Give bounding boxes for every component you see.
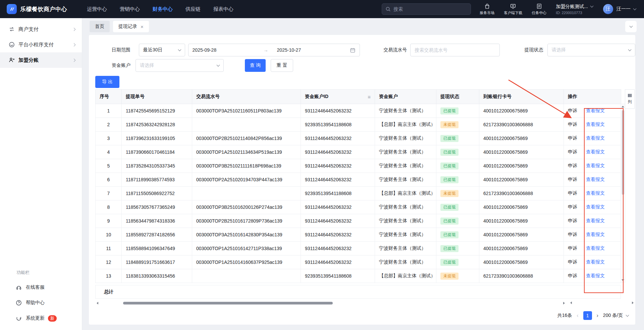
cell-withdraw-no: 1185634479874318336 <box>122 214 192 228</box>
scroll-up-button[interactable] <box>621 104 625 109</box>
status-badge: 已提现 <box>440 245 459 252</box>
close-icon[interactable]: × <box>141 24 144 29</box>
appeal-link[interactable]: 申诉 <box>568 108 577 113</box>
appeal-link[interactable]: 申诉 <box>568 149 577 154</box>
quick-action-client-download[interactable]: 客户端下载 <box>504 3 522 15</box>
cell-txn-no: 003000TOP1A251014160637P925ac139 <box>192 255 301 269</box>
quick-action-task-center[interactable]: 任务中心 <box>532 3 546 15</box>
prev-page-button[interactable]: ‹ <box>577 313 578 319</box>
nav-item-reports[interactable]: 报表中心 <box>207 0 240 18</box>
view-message-link[interactable]: 查看报文 <box>586 177 605 182</box>
status-badge: 已提现 <box>440 259 459 266</box>
columns-icon <box>628 93 632 98</box>
column-settings-button[interactable]: 列 <box>625 89 635 109</box>
horizontal-scroll-thumb[interactable] <box>123 302 333 304</box>
tab-home[interactable]: 首页 <box>90 21 110 32</box>
txn-search-field[interactable] <box>410 44 499 56</box>
view-message-link[interactable]: 查看报文 <box>586 273 605 278</box>
cell-bank-card: 40010122000675869 <box>479 173 564 187</box>
vertical-scroll-thumb[interactable] <box>622 110 624 195</box>
table-row: 2 1187425363242928128 923935139541188608… <box>96 118 621 132</box>
quick-action-market[interactable]: 服务市场 <box>480 3 494 15</box>
scroll-right-button[interactable] <box>562 301 566 305</box>
view-message-link[interactable]: 查看报文 <box>586 204 605 209</box>
appeal-link[interactable]: 申诉 <box>568 177 577 182</box>
table-header-cell-account: 资金账户 <box>375 90 436 104</box>
scroll-left-button[interactable] <box>569 301 573 305</box>
search-button[interactable]: 查 询 <box>245 59 266 72</box>
cell-status: 未提现 <box>436 269 479 283</box>
scroll-left-button[interactable] <box>95 301 99 305</box>
sidebar-item-online-service[interactable]: 在线客服 <box>0 280 82 295</box>
view-message-link[interactable]: 查看报文 <box>586 122 605 127</box>
appeal-link[interactable]: 申诉 <box>568 204 577 209</box>
reset-button[interactable]: 重 置 <box>271 59 293 72</box>
cell-status: 未提现 <box>436 187 479 200</box>
appeal-link[interactable]: 申诉 <box>568 259 577 265</box>
cell-bank-card: 40010122000675869 <box>479 104 564 118</box>
nav-item-supply-chain[interactable]: 供应链 <box>179 0 207 18</box>
content-card: 日期范围 最近30日 2025-09-28 → 2025-10-27 交易流水号… <box>89 35 635 325</box>
header-search[interactable] <box>382 3 471 15</box>
appeal-link[interactable]: 申诉 <box>568 218 577 223</box>
export-button[interactable]: 导 出 <box>95 76 119 88</box>
next-page-button[interactable]: › <box>597 313 598 319</box>
top-nav: 运营中心 营销中心 财务中心 供应链 报表中心 <box>80 0 240 18</box>
txn-search-input[interactable] <box>415 47 495 53</box>
cell-withdraw-no: 1187115505086922752 <box>122 187 192 200</box>
chevron-down-icon <box>633 7 637 10</box>
cell-index: 3 <box>96 132 122 145</box>
sidebar-item-help-center[interactable]: 帮助中心 <box>0 295 82 311</box>
cell-account-id: 931124464452063232 <box>301 228 375 242</box>
appeal-link[interactable]: 申诉 <box>568 122 577 127</box>
appeal-link[interactable]: 申诉 <box>568 245 577 251</box>
date-preset-select[interactable]: 最近30日 <box>139 44 185 56</box>
collapse-tabs-button[interactable] <box>625 21 637 32</box>
table-row: 1 1187425545695152129 003000TOP3A2510211… <box>96 104 621 118</box>
sidebar-item-system-update[interactable]: 系统更新 新 <box>0 311 82 326</box>
cell-account: 宁波财务主体（测试） <box>375 145 436 159</box>
view-message-link[interactable]: 查看报文 <box>586 218 605 223</box>
view-message-link[interactable]: 查看报文 <box>586 245 605 251</box>
new-badge: 新 <box>48 315 57 322</box>
sidebar-item-merchant-pay[interactable]: 商户支付 <box>0 21 82 37</box>
view-message-link[interactable]: 查看报文 <box>586 108 605 113</box>
calendar-icon <box>350 47 356 53</box>
cell-txn-no: 003000TOP2B251021140842P856ac139 <box>192 132 301 145</box>
cell-actions: 申诉查看报文 <box>564 118 621 132</box>
total-count: 共16条 <box>557 313 572 319</box>
scroll-down-button[interactable] <box>621 278 625 282</box>
nav-item-operations[interactable]: 运营中心 <box>80 0 113 18</box>
page-size-select[interactable]: 200 条/页 <box>603 313 629 319</box>
page-number-button[interactable]: 1 <box>583 311 592 320</box>
appeal-link[interactable]: 申诉 <box>568 232 577 237</box>
nav-item-marketing[interactable]: 营销中心 <box>113 0 146 18</box>
user-name: 汪一一 <box>616 6 631 12</box>
tab-withdraw-records[interactable]: 提现记录 × <box>113 21 149 32</box>
view-message-link[interactable]: 查看报文 <box>586 149 605 154</box>
user-menu[interactable]: 汪 汪一一 <box>603 4 636 14</box>
nav-item-finance[interactable]: 财务中心 <box>146 0 179 18</box>
withdraw-table-wrapper: 序号 提现单号 交易流水号 资金账户ID ≡ 资金账户 提现状态 到账银行卡号 <box>95 89 635 305</box>
cell-status: 已提现 <box>436 173 479 187</box>
chevron-down-icon <box>629 24 633 28</box>
filter-lines-icon[interactable]: ≡ <box>368 94 371 100</box>
date-range-picker[interactable]: 2025-09-28 → 2025-10-27 <box>188 44 360 56</box>
appeal-link[interactable]: 申诉 <box>568 163 577 168</box>
view-message-link[interactable]: 查看报文 <box>586 259 605 265</box>
appeal-link[interactable]: 申诉 <box>568 190 577 196</box>
view-message-link[interactable]: 查看报文 <box>586 190 605 196</box>
merchant-switcher[interactable]: 加盟分账测试... ID: 2200010773 <box>556 4 593 15</box>
appeal-link[interactable]: 申诉 <box>568 273 577 278</box>
withdraw-status-select[interactable]: 请选择 <box>547 44 635 56</box>
view-message-link[interactable]: 查看报文 <box>586 135 605 141</box>
scroll-right-button[interactable] <box>631 301 635 305</box>
fund-account-select[interactable]: 请选择 <box>136 59 224 72</box>
sidebar-item-miniapp-pay[interactable]: 平台小程序支付 <box>0 37 82 52</box>
view-message-link[interactable]: 查看报文 <box>586 232 605 237</box>
view-message-link[interactable]: 查看报文 <box>586 163 605 168</box>
header-search-input[interactable] <box>393 6 467 12</box>
table-row: 10 1185589272874182656 003000TOP3A251016… <box>96 228 621 242</box>
appeal-link[interactable]: 申诉 <box>568 135 577 141</box>
sidebar-item-franchise-split[interactable]: 加盟分账 <box>0 52 82 68</box>
